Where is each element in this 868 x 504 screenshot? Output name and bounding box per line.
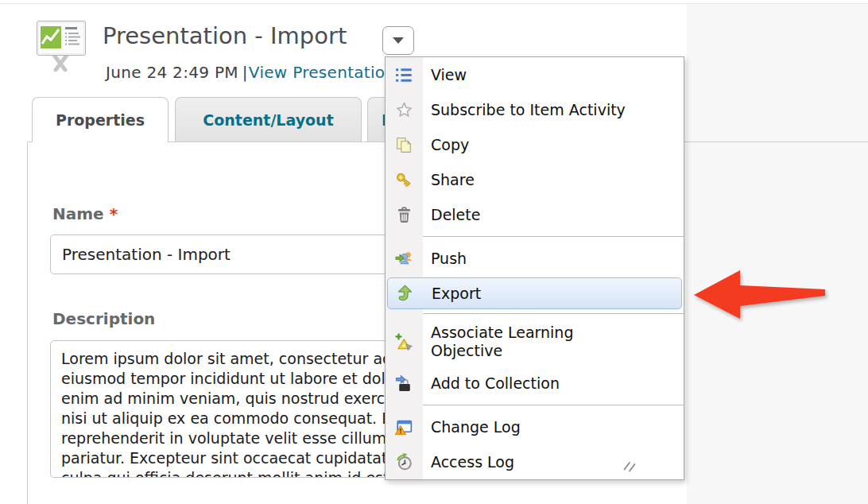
menu-separator (386, 313, 684, 314)
menu-item-change-log[interactable]: Change Log (386, 409, 684, 444)
menu-item-associate-learning-objective[interactable]: Associate Learning Objective (386, 318, 684, 366)
menu-item-label: Associate Learning Objective (431, 324, 618, 360)
key-icon (394, 170, 414, 190)
menu-resize-handle[interactable] (623, 459, 637, 475)
menu-item-label: Access Log (431, 453, 514, 471)
menu-item-view[interactable]: View (386, 57, 684, 92)
export-arrow-icon (395, 284, 415, 304)
menu-item-label: Push (431, 250, 467, 267)
star-icon (394, 100, 414, 120)
menu-item-label: Copy (431, 136, 469, 153)
menu-item-add-to-collection[interactable]: Add to Collection (386, 366, 684, 401)
menu-item-label: Delete (431, 206, 480, 223)
timestamp: June 24 2:49 PM (106, 63, 238, 82)
context-menu: View Subscribe to Item Activity Copy Sha… (385, 56, 684, 480)
menu-item-label: Export (432, 285, 481, 302)
chevron-down-icon (393, 37, 404, 44)
menu-item-label: Add to Collection (431, 374, 560, 392)
context-menu-toggle-button[interactable] (382, 26, 414, 55)
menu-item-share[interactable]: Share (386, 162, 684, 197)
menu-item-label: View (431, 66, 467, 83)
name-label: Name* (52, 204, 118, 223)
page-background-right (687, 4, 868, 504)
tab-label: Properties (56, 111, 145, 129)
presentation-easel-icon (35, 19, 87, 75)
push-people-icon (394, 249, 414, 269)
trash-icon (394, 205, 414, 225)
item-meta: June 24 2:49 PM|View Presentation (106, 63, 395, 82)
page-title: Presentation - Import (103, 22, 347, 49)
change-log-icon (394, 417, 414, 437)
required-marker: * (110, 204, 118, 223)
tab-content-layout[interactable]: Content/Layout (175, 97, 362, 142)
meta-separator: | (242, 63, 248, 82)
menu-item-push[interactable]: Push (386, 241, 684, 276)
view-list-icon (394, 65, 414, 85)
menu-item-export[interactable]: Export (387, 277, 682, 309)
menu-item-subscribe[interactable]: Subscribe to Item Activity (386, 92, 684, 127)
learning-objective-icon (394, 332, 414, 352)
menu-separator (386, 405, 684, 405)
menu-separator (386, 236, 684, 237)
access-log-icon (394, 452, 414, 472)
view-presentation-link[interactable]: View Presentation (249, 63, 396, 82)
add-to-collection-icon (394, 374, 414, 394)
menu-item-label: Subscribe to Item Activity (431, 101, 626, 118)
copy-icon (394, 135, 414, 155)
tab-label: Content/Layout (203, 111, 333, 129)
tab-properties[interactable]: Properties (32, 97, 169, 142)
menu-item-copy[interactable]: Copy (386, 127, 684, 162)
menu-item-label: Change Log (431, 418, 521, 436)
menu-item-label: Share (431, 171, 475, 188)
description-label: Description (52, 309, 155, 328)
menu-item-delete[interactable]: Delete (386, 197, 684, 232)
menu-item-access-log[interactable]: Access Log (386, 444, 684, 479)
